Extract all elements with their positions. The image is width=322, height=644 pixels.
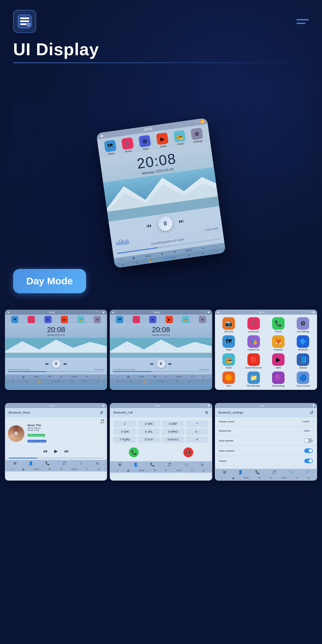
close-icon[interactable]: ✕: [205, 410, 209, 415]
call-button[interactable]: 📞: [129, 447, 139, 457]
dial-key-3[interactable]: 3 DEF: [162, 420, 184, 427]
bt-call-nav: ⌂⏻DUAL❄↺AUTO↩🔊: [110, 468, 212, 473]
svg-rect-14: [110, 353, 212, 358]
app-music[interactable]: 🎵 Music: [121, 137, 134, 154]
mini-status-2: ◀ 08:06 ⌃⌃ ↑↓ ▣: [110, 310, 212, 315]
grid-soundrec[interactable]: 🔴 Sound Recorder: [242, 353, 264, 369]
grid-carsettings[interactable]: ⚙ Car Settings: [292, 317, 314, 333]
day-mode-badge: Day Mode: [13, 269, 86, 293]
auto-connect-toggle[interactable]: [304, 448, 313, 453]
mini-status-3: ◀ 08:06 ⌃⌃ ↑↓ ▣: [215, 310, 317, 315]
call-buttons: 📞 📵: [111, 445, 210, 460]
screens-grid-row2: ⌂ 17:53 ⌃⌃ ↑↓ ▣ Bluetooth_Music ↺ 🎵 Musi…: [0, 396, 322, 487]
main-mockup-section: ◀ 08:06 ⌃⌃ 📶 🗺 Maps 🎵 Music ⊞ Apps: [0, 73, 322, 303]
bt-settings-screen: ⌂ 17:53 ⌃⌃ ↑↓ ▣ Bluetooth_Settings ↺ Dev…: [215, 403, 317, 481]
grid-manual[interactable]: 📘 Manual: [292, 353, 314, 369]
mini-nav-2: ⌂⏻DUAL❄↺AUTO↩🔊: [110, 374, 212, 379]
app-settings[interactable]: ⚙ Settings: [191, 128, 204, 144]
bt-music-screen: ⌂ 17:53 ⌃⌃ ↑↓ ▣ Bluetooth_Music ↺ 🎵 Musi…: [5, 403, 107, 481]
power-toggle[interactable]: [304, 459, 313, 463]
main-phone-mockup: ◀ 08:06 ⌃⌃ 📶 🗺 Maps 🎵 Music ⊞ Apps: [96, 118, 226, 268]
grid-filemgr[interactable]: 📁 File Manager: [242, 371, 264, 387]
grid-maps[interactable]: 🗺 Maps: [218, 335, 240, 351]
end-call-button[interactable]: 📵: [183, 447, 193, 457]
bottom-padding: [0, 487, 322, 497]
dial-key-1[interactable]: 1: [113, 420, 136, 427]
dial-key-5[interactable]: 5 JKL: [138, 428, 160, 435]
app-maps[interactable]: 🗺 Maps: [104, 140, 117, 156]
mini-nav-1b: ↩0📻↳0🔉: [5, 379, 107, 384]
dial-key-6[interactable]: 6 MNO: [162, 428, 184, 435]
bt-call-bottom-nav: ⊞ 👤 📞 🎵 📎 ⊙: [110, 461, 212, 468]
dial-pad-container: 1 2 ABC 3 DEF * 4 GHI 5 JKL 6 MNO 0 - 7 …: [110, 417, 212, 461]
dial-key-2[interactable]: 2 ABC: [138, 420, 160, 427]
bt-call-header: Bluetooth_Call ✕: [110, 408, 212, 417]
bt-settings-content: Device name CarBT › Device pin 0000 › Au…: [215, 417, 317, 466]
dial-key-0dash[interactable]: 0 -: [186, 428, 208, 435]
bt-music-status: ⌂ 17:53 ⌃⌃ ↑↓ ▣: [5, 403, 107, 408]
dial-key-4[interactable]: 4 GHI: [113, 428, 136, 435]
mini-nav-1: ⌂⏻DUAL❄↺AUTO↩🔊: [5, 374, 107, 379]
grid-bluetooth[interactable]: 🔷 Bluetooth: [292, 335, 314, 351]
grid-kuwood[interactable]: 🦊 Kuwood: [267, 335, 289, 351]
bt-auto-answer-row: Auto answer: [215, 436, 317, 446]
chevron-right-pin-icon: ›: [312, 429, 313, 433]
app-grid: 📷 360 view 🎵 Localmusic 📞 Phone ⚙ Car Se…: [215, 315, 317, 390]
mini-app-bar-1: 🗺 🎵 ⊞ ▶ 📻 ⚙: [5, 315, 107, 323]
page-title: UI Display: [13, 39, 309, 59]
bt-music-bottom-nav: ⊞ 👤 📞 🎵 📎 ⊙: [5, 460, 107, 467]
svg-rect-2: [20, 20, 29, 22]
grid-avin[interactable]: 🟠 Avin: [218, 371, 240, 387]
grid-originalcar[interactable]: 🎭 Original Car: [242, 335, 264, 351]
mini-screen-2: ◀ 08:06 ⌃⌃ ↑↓ ▣ 🗺 🎵 ⊞ ▶ 📻 ⚙ 20:08 Monday…: [110, 310, 212, 390]
chevron-right-icon: ›: [312, 420, 313, 423]
dial-key-star[interactable]: *: [186, 420, 208, 427]
bt-music-header: Bluetooth_Music ↺: [5, 408, 107, 417]
app-apps[interactable]: ⊞ Apps: [139, 135, 152, 151]
mini-app-bar-2: 🗺 🎵 ⊞ ▶ 📻 ⚙: [110, 315, 212, 323]
mini-landscape-2: [110, 338, 212, 358]
bt-power-row: Power: [215, 456, 317, 466]
bt-music-nav: ⌂⏻DUAL❄↺AUTO↩🔊: [5, 467, 107, 471]
grid-localmusic[interactable]: 🎵 Localmusic: [242, 317, 264, 333]
grid-radio[interactable]: 📻 Radio: [218, 353, 240, 369]
bt-music-note: 🎵: [5, 417, 107, 421]
mini-screen-3: ◀ 08:06 ⌃⌃ ↑↓ ▣ 📷 360 view 🎵 Localmusic …: [215, 310, 317, 390]
bt-settings-status: ⌂ 17:53 ⌃⌃ ↑↓ ▣: [215, 403, 317, 408]
bt-device-pin-row: Device pin 0000 ›: [215, 426, 317, 436]
dial-pad: 1 2 ABC 3 DEF * 4 GHI 5 JKL 6 MNO 0 - 7 …: [111, 418, 210, 445]
bt-call-screen: ⌂ 17:53 ⌃⌃ ↑↓ ▣ Bluetooth_Call ✕ 1 2 ABC…: [110, 403, 212, 481]
bt-device-name-row: Device name CarBT ›: [215, 417, 317, 426]
svg-rect-11: [5, 353, 107, 358]
grid-phone[interactable]: 📞 Phone: [267, 317, 289, 333]
mini-clock-1: 20:08 Monday 2023-01-01: [5, 323, 107, 338]
menu-button[interactable]: [296, 19, 309, 24]
bt-call-status: ⌂ 17:53 ⌃⌃ ↑↓ ▣: [110, 403, 212, 408]
grid-360view[interactable]: 📷 360 view: [218, 317, 240, 333]
bt-settings-header: Bluetooth_Settings ↺: [215, 408, 317, 417]
dial-key-9[interactable]: 9 WXYZ: [162, 436, 184, 443]
grid-dispsettings[interactable]: 🟣 DispSettings: [267, 371, 289, 387]
bt-album-art: [8, 425, 24, 442]
mini-clock-2: 20:08 Monday 2023-01-01: [110, 323, 212, 338]
grid-voicectrl[interactable]: 🔵 Voice Control: [292, 371, 314, 387]
dial-key-7[interactable]: 7 PQRS: [113, 436, 136, 443]
mini-player-2: ⏮ ⏸ ⏭ A soothing piece of music Pure mus…: [110, 358, 212, 374]
bt-music-info: Music Title Music Album Music Artist A2D…: [28, 424, 97, 443]
header-divider: [13, 62, 309, 63]
mini-screen-1: ◀ 08:06 ⌃⌃ ↑↓ ▣ 🗺 🎵 ⊞ ▶ 📻 ⚙ 20:08 Monday…: [5, 310, 107, 390]
dial-key-hash[interactable]: #: [186, 436, 208, 443]
app-radio[interactable]: 📻 Radio: [173, 130, 186, 146]
auto-answer-toggle[interactable]: [304, 438, 313, 443]
mini-player-1: ⏮ ⏸ ⏭ A soothing piece of music Pure mus…: [5, 358, 107, 374]
screens-grid-row1: ◀ 08:06 ⌃⌃ ↑↓ ▣ 🗺 🎵 ⊞ ▶ 📻 ⚙ 20:08 Monday…: [0, 303, 322, 396]
svg-rect-3: [20, 23, 27, 25]
bt-music-progress: [9, 458, 104, 459]
mini-landscape-1: [5, 338, 107, 358]
bt-music-controls: ⏮ ▶ ⏭: [5, 446, 107, 456]
svg-rect-4: [27, 23, 30, 26]
app-vedio[interactable]: ▶ Vedio: [156, 132, 169, 149]
app-logo: [13, 10, 36, 33]
grid-video[interactable]: ▶ Video: [267, 353, 289, 369]
dial-key-8[interactable]: 8 TUV: [138, 436, 160, 443]
